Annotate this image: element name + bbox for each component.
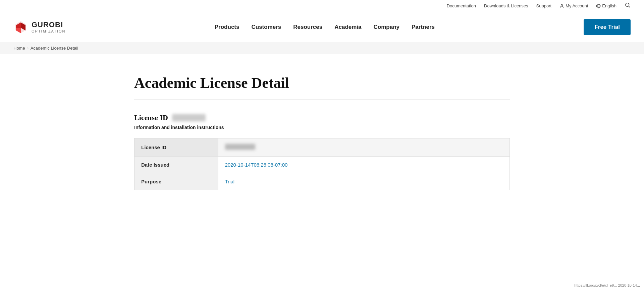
- table-cell-value-date: 2020-10-14T06:26:08-07:00: [218, 157, 510, 173]
- nav-resources[interactable]: Resources: [293, 24, 322, 30]
- table-cell-label: License ID: [135, 138, 218, 157]
- license-id-heading-label: License ID: [134, 113, 168, 122]
- gurobi-logo-icon: [13, 20, 28, 35]
- breadcrumb-separator: ›: [27, 46, 29, 51]
- table-cell-label: Date Issued: [135, 157, 218, 173]
- search-button[interactable]: [625, 2, 631, 10]
- license-id-blurred-value: [172, 114, 206, 121]
- table-cell-value-license-id: [218, 138, 510, 157]
- purpose-link[interactable]: Trial: [225, 179, 235, 184]
- breadcrumb: Home › Academic License Detail: [0, 42, 644, 54]
- svg-point-0: [561, 4, 563, 6]
- page-content: Academic License Detail License ID Infor…: [121, 54, 523, 217]
- logo[interactable]: GUROBI OPTIMIZATION: [13, 20, 65, 35]
- license-id-heading: License ID: [134, 113, 510, 122]
- nav-links: Products Customers Resources Academia Co…: [215, 24, 435, 31]
- globe-icon: [596, 4, 601, 8]
- nav-academia[interactable]: Academia: [334, 24, 361, 30]
- license-id-cell-blurred: [225, 144, 255, 150]
- svg-marker-7: [16, 28, 21, 33]
- table-cell-label: Purpose: [135, 173, 218, 190]
- details-table: License ID Date Issued 2020-10-14T06:26:…: [134, 138, 510, 190]
- table-row: Date Issued 2020-10-14T06:26:08-07:00: [135, 157, 510, 173]
- search-icon: [625, 2, 631, 8]
- nav-company[interactable]: Company: [374, 24, 399, 30]
- breadcrumb-current: Academic License Detail: [31, 46, 78, 51]
- main-navigation: GUROBI OPTIMIZATION Products Customers R…: [0, 12, 644, 42]
- top-bar: Documentation Downloads & Licenses Suppo…: [0, 0, 644, 12]
- nav-customers[interactable]: Customers: [251, 24, 281, 30]
- nav-partners[interactable]: Partners: [412, 24, 435, 30]
- svg-point-2: [626, 3, 629, 7]
- support-link[interactable]: Support: [536, 3, 552, 8]
- free-trial-button[interactable]: Free Trial: [584, 19, 631, 35]
- table-row: Purpose Trial: [135, 173, 510, 190]
- downloads-licenses-link[interactable]: Downloads & Licenses: [484, 3, 528, 8]
- documentation-link[interactable]: Documentation: [447, 3, 476, 8]
- svg-line-3: [629, 6, 630, 7]
- page-title: Academic License Detail: [134, 74, 510, 92]
- breadcrumb-home[interactable]: Home: [13, 46, 25, 51]
- info-instructions: Information and installation instruction…: [134, 125, 510, 130]
- table-cell-value-purpose: Trial: [218, 173, 510, 190]
- logo-text: GUROBI OPTIMIZATION: [32, 21, 65, 33]
- title-divider: [134, 100, 510, 100]
- table-row: License ID: [135, 138, 510, 157]
- language-selector[interactable]: English: [596, 3, 616, 8]
- user-icon: [559, 4, 564, 8]
- my-account-link[interactable]: My Account: [559, 3, 588, 8]
- nav-products[interactable]: Products: [215, 24, 239, 30]
- date-issued-link[interactable]: 2020-10-14T06:26:08-07:00: [225, 162, 288, 168]
